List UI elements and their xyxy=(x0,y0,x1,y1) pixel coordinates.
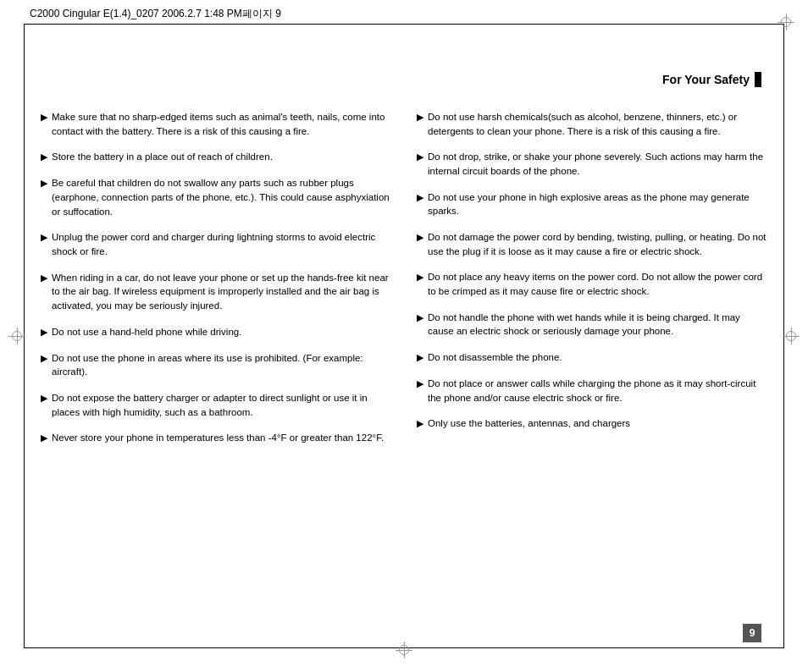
title-text: For Your Safety xyxy=(662,73,750,86)
left-bullet-item: ▶Be careful that children do not swallow… xyxy=(41,176,391,218)
page-title: For Your Safety xyxy=(662,72,761,87)
crosshair-right-center xyxy=(783,328,800,344)
bullet-icon: ▶ xyxy=(41,326,47,339)
bullet-icon: ▶ xyxy=(417,377,423,391)
right-column: ▶Do not use harsh chemicals(such as alco… xyxy=(417,110,767,621)
bullet-icon: ▶ xyxy=(417,417,423,431)
bullet-text: Do not use the phone in areas where its … xyxy=(52,351,391,379)
bullet-text: Do not disassemble the phone. xyxy=(428,350,562,365)
bullet-icon: ▶ xyxy=(417,271,423,284)
bullet-icon: ▶ xyxy=(41,352,47,366)
right-bullet-item: ▶Do not damage the power cord by bending… xyxy=(417,230,767,258)
crosshair-bottom-center xyxy=(396,642,412,658)
bullet-text: Do not place any heavy items on the powe… xyxy=(428,270,767,298)
left-bullet-item: ▶Do not use a hand-held phone while driv… xyxy=(41,325,391,339)
bullet-icon: ▶ xyxy=(417,111,423,124)
bullet-text: Be careful that children do not swallow … xyxy=(52,176,391,218)
bullet-icon: ▶ xyxy=(417,191,423,205)
crosshair-top-right xyxy=(778,14,794,30)
bullet-text: Do not use your phone in high explosive … xyxy=(428,190,767,218)
right-bullet-item: ▶Do not disassemble the phone. xyxy=(417,350,767,365)
right-bullet-item: ▶Do not drop, strike, or shake your phon… xyxy=(417,150,767,178)
bullet-icon: ▶ xyxy=(41,432,47,445)
bullet-icon: ▶ xyxy=(41,392,47,405)
bullet-text: Do not use a hand-held phone while drivi… xyxy=(52,325,241,339)
bullet-icon: ▶ xyxy=(41,151,47,164)
title-bar-decoration xyxy=(755,72,761,87)
left-bullet-item: ▶Make sure that no sharp-edged items suc… xyxy=(41,110,391,138)
bullet-icon: ▶ xyxy=(41,177,47,190)
left-bullet-item: ▶Do not expose the battery charger or ad… xyxy=(41,391,391,419)
right-bullet-item: ▶Do not handle the phone with wet hands … xyxy=(417,311,767,339)
bullet-icon: ▶ xyxy=(41,231,47,245)
page-number: 9 xyxy=(743,624,761,642)
bullet-text: Do not place or answer calls while charg… xyxy=(428,377,767,405)
bullet-icon: ▶ xyxy=(417,351,423,365)
right-bullet-item: ▶Do not use harsh chemicals(such as alco… xyxy=(417,110,767,138)
header: C2000 Cingular E(1.4)_0207 2006.2.7 1:48… xyxy=(30,7,778,21)
bullet-text: Do not drop, strike, or shake your phone… xyxy=(428,150,767,178)
left-bullet-item: ▶Unplug the power cord and charger durin… xyxy=(41,230,391,258)
border-top xyxy=(24,24,784,25)
right-bullet-item: ▶Do not place or answer calls while char… xyxy=(417,377,767,405)
bullet-text: Do not damage the power cord by bending,… xyxy=(428,230,767,258)
header-meta: C2000 Cingular E(1.4)_0207 2006.2.7 1:48… xyxy=(30,7,281,21)
left-bullet-item: ▶When riding in a car, do not leave your… xyxy=(41,271,391,313)
left-bullet-item: ▶Do not use the phone in areas where its… xyxy=(41,351,391,379)
left-bullet-item: ▶Store the battery in a place out of rea… xyxy=(41,150,391,164)
bullet-text: Unplug the power cord and charger during… xyxy=(52,230,391,258)
bullet-icon: ▶ xyxy=(417,231,423,245)
bullet-icon: ▶ xyxy=(41,272,47,285)
right-bullet-item: ▶Do not use your phone in high explosive… xyxy=(417,190,767,218)
bullet-text: Never store your phone in temperatures l… xyxy=(52,431,384,445)
bullet-text: Do not use harsh chemicals(such as alcoh… xyxy=(428,110,767,138)
right-bullet-item: ▶Do not place any heavy items on the pow… xyxy=(417,270,767,298)
bullet-text: Do not handle the phone with wet hands w… xyxy=(428,311,767,339)
bullet-text: Do not expose the battery charger or ada… xyxy=(52,391,391,419)
bullet-text: Make sure that no sharp-edged items such… xyxy=(52,110,391,138)
bullet-text: Store the battery in a place out of reac… xyxy=(52,150,273,164)
bullet-icon: ▶ xyxy=(417,311,423,325)
bullet-icon: ▶ xyxy=(41,111,47,124)
bullet-text: When riding in a car, do not leave your … xyxy=(52,271,391,313)
bullet-icon: ▶ xyxy=(417,151,423,164)
right-bullet-item: ▶Only use the batteries, antennas, and c… xyxy=(417,416,767,431)
left-column: ▶Make sure that no sharp-edged items suc… xyxy=(41,110,391,621)
content-area: ▶Make sure that no sharp-edged items suc… xyxy=(41,110,767,621)
left-bullet-item: ▶Never store your phone in temperatures … xyxy=(41,431,391,445)
crosshair-left-center xyxy=(8,328,25,344)
bullet-text: Only use the batteries, antennas, and ch… xyxy=(428,416,630,431)
